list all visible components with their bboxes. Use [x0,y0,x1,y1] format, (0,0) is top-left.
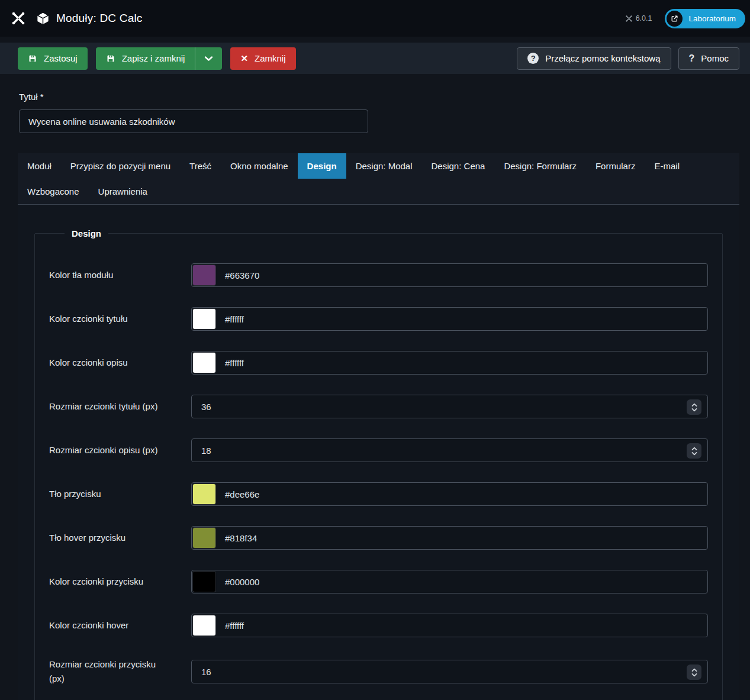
color-value: #ffffff [225,358,244,368]
field-row-kolor-czcionki-hover: Kolor czcionki hover#ffffff [49,614,708,637]
module-edit-card: ModułPrzypisz do pozycji menuTreśćOkno m… [18,153,739,700]
color-swatch[interactable] [193,572,215,592]
field-row-tlo-hover-przycisku: Tło hover przycisku#818f34 [49,526,708,550]
color-input-tlo-hover-przycisku[interactable]: #818f34 [191,526,708,550]
color-value: #ffffff [225,621,244,631]
save-icon [106,54,115,63]
color-swatch[interactable] [193,484,215,504]
field-row-kolor-czcionki-tytulu: Kolor czcionki tytułu#ffffff [49,307,708,331]
tab-e-mail[interactable]: E-mail [645,153,689,179]
tab-row: ModułPrzypisz do pozycji menuTreśćOkno m… [18,153,739,179]
color-input-kolor-czcionki-tytulu[interactable]: #ffffff [191,307,708,331]
field-row-rozmiar-czcionki-opisu-px: Rozmiar czcionki opisu (px)18 [49,438,708,462]
field-label: Kolor czcionki opisu [49,356,173,370]
field-label: Tło hover przycisku [49,531,173,545]
close-label: Zamknij [255,53,286,63]
save-close-label: Zapisz i zamknij [122,53,185,63]
color-input-kolor-tla-modulu[interactable]: #663670 [191,263,708,287]
tab-wzbogacone[interactable]: Wzbogacone [18,179,89,204]
close-icon: ✕ [240,54,248,63]
laboratorium-label: Laboratorium [688,14,736,23]
color-swatch[interactable] [193,265,215,285]
tab-przypisz-do-pozycji-menu[interactable]: Przypisz do pozycji menu [61,153,180,179]
page-title: Moduły: DC Calc [56,12,143,25]
field-label: Rozmiar czcionki tytułu (px) [49,399,173,414]
number-value: 18 [201,446,211,456]
tab-modul[interactable]: Moduł [18,153,61,179]
field-label: Kolor czcionki hover [49,618,173,633]
field-label: Tło przycisku [49,487,173,501]
color-input-kolor-czcionki-hover[interactable]: #ffffff [191,614,708,637]
number-spinner[interactable] [687,399,701,415]
color-value: #663670 [225,270,259,280]
color-swatch[interactable] [193,528,215,548]
tab-uprawnienia[interactable]: Uprawnienia [89,179,157,204]
design-fieldset: Design Kolor tła modułu#663670Kolor czci… [34,228,723,700]
field-label: Kolor tła modułu [49,268,173,282]
color-value: #818f34 [225,533,257,543]
joomla-mini-icon [625,15,633,22]
number-spinner[interactable] [687,443,701,459]
main-content: Tytuł * ModułPrzypisz do pozycji menuTre… [0,74,750,700]
color-input-kolor-czcionki-przycisku[interactable]: #000000 [191,570,708,593]
number-value: 36 [201,402,211,412]
color-value: #ffffff [225,314,244,324]
toolbar-left: Zastosuj Zapisz i zamknij ✕ Zamknij [18,47,296,70]
field-row-rozmiar-czcionki-przycisku-px: Rozmiar czcionki przycisku (px)16 [49,657,708,686]
tab-formularz[interactable]: Formularz [586,153,645,179]
color-swatch[interactable] [193,309,215,329]
number-value: 16 [201,667,211,677]
module-cube-icon [37,12,49,25]
external-link-icon [667,11,683,27]
tab-design[interactable]: Design [298,153,346,179]
apply-button[interactable]: Zastosuj [18,47,88,70]
version-badge: 6.0.1 [625,14,652,22]
number-input-rozmiar-czcionki-przycisku-px[interactable]: 16 [191,660,708,683]
number-spinner[interactable] [687,664,701,680]
save-icon [28,54,37,63]
color-input-kolor-czcionki-opisu[interactable]: #ffffff [191,351,708,375]
app-header: Moduły: DC Calc 6.0.1 [0,0,750,37]
title-field: Tytuł * [18,92,739,133]
tab-content-design: Design Kolor tła modułu#663670Kolor czci… [18,205,739,700]
field-row-kolor-czcionki-opisu: Kolor czcionki opisu#ffffff [49,351,708,375]
toggle-help-label: Przełącz pomoc kontekstową [545,53,660,63]
question-circle-icon: ? [527,53,539,64]
header-right: 6.0.1 Laboratorium [625,9,745,28]
save-options-dropdown-toggle[interactable] [195,47,222,70]
field-row-rozmiar-czcionki-tytulu-px: Rozmiar czcionki tytułu (px)36 [49,395,708,418]
tab-design-modal[interactable]: Design: Modal [346,153,422,179]
number-input-rozmiar-czcionki-tytulu-px[interactable]: 36 [191,395,708,418]
design-legend: Design [65,228,108,238]
field-label: Kolor czcionki przycisku [49,575,173,589]
help-button[interactable]: ? Pomoc [678,47,739,70]
close-button[interactable]: ✕ Zamknij [230,47,295,70]
tab-tresc[interactable]: Treść [180,153,221,179]
joomla-logo-icon[interactable] [11,11,26,26]
toggle-contextual-help-button[interactable]: ? Przełącz pomoc kontekstową [517,47,671,70]
apply-label: Zastosuj [44,53,78,63]
tab-design-formularz[interactable]: Design: Formularz [494,153,586,179]
title-label: Tytuł * [19,92,739,102]
color-swatch[interactable] [193,353,215,373]
toolbar-right: ? Przełącz pomoc kontekstową ? Pomoc [517,47,739,70]
field-row-kolor-czcionki-przycisku: Kolor czcionki przycisku#000000 [49,570,708,593]
laboratorium-button[interactable]: Laboratorium [665,9,745,28]
field-label: Rozmiar czcionki opisu (px) [49,443,173,457]
help-label: Pomoc [701,53,729,63]
color-value: #dee66e [225,489,259,499]
field-label: Kolor czcionki tytułu [49,312,173,326]
tab-okno-modalne[interactable]: Okno modalne [221,153,298,179]
toolbar: Zastosuj Zapisz i zamknij ✕ Zamknij [0,43,750,74]
tab-design-cena[interactable]: Design: Cena [422,153,495,179]
save-close-group: Zapisz i zamknij [96,47,223,70]
title-input[interactable] [19,109,368,133]
save-close-button[interactable]: Zapisz i zamknij [96,47,195,70]
number-input-rozmiar-czcionki-opisu-px[interactable]: 18 [191,438,708,462]
field-row-kolor-tla-modulu: Kolor tła modułu#663670 [49,263,708,287]
fields: Kolor tła modułu#663670Kolor czcionki ty… [49,247,708,686]
color-swatch[interactable] [193,615,215,636]
color-input-tlo-przycisku[interactable]: #dee66e [191,482,708,506]
tab-row: WzbogaconeUprawnienia [18,179,739,204]
chevron-down-icon [204,56,213,62]
